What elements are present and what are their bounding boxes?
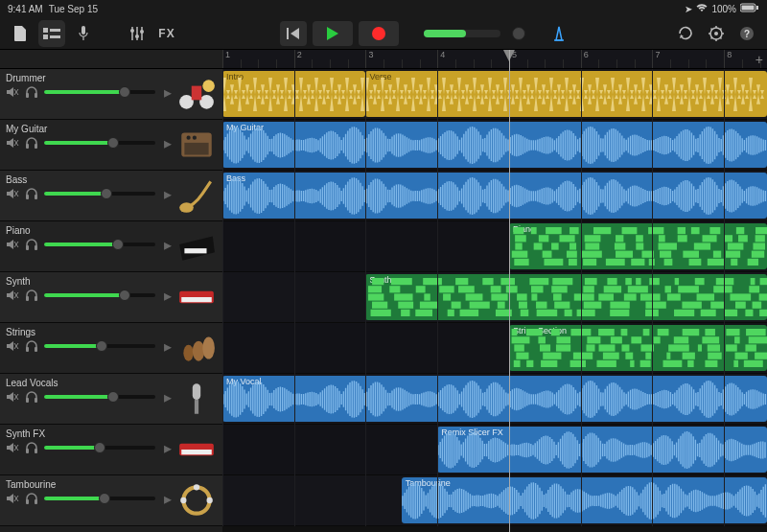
track-lane[interactable]: Tambourine: [222, 475, 767, 526]
track-header[interactable]: Lead Vocals▸: [0, 374, 222, 425]
track-volume-slider[interactable]: [44, 141, 155, 145]
settings-button[interactable]: [704, 22, 729, 45]
instrument-icon[interactable]: [174, 174, 219, 217]
track-lane[interactable]: Bass: [222, 171, 767, 221]
track-lane[interactable]: My Vocal: [222, 374, 767, 425]
svg-rect-712: [646, 302, 666, 309]
track-volume-slider[interactable]: [44, 293, 155, 297]
track-header[interactable]: Strings▸: [0, 323, 222, 374]
go-to-beginning-button[interactable]: [280, 21, 307, 46]
track-volume-slider[interactable]: [44, 344, 155, 348]
svg-rect-715: [735, 302, 746, 309]
mute-icon[interactable]: [6, 492, 19, 505]
mute-icon[interactable]: [6, 85, 19, 99]
chevron-right-icon[interactable]: ▸: [161, 289, 174, 302]
headphones-icon[interactable]: [25, 238, 38, 251]
instrument-icon[interactable]: [174, 124, 219, 166]
region[interactable]: Remix Slicer FX: [437, 427, 767, 473]
track-header[interactable]: Synth▸: [0, 272, 222, 323]
track-volume-slider[interactable]: [44, 192, 155, 196]
master-volume-knob[interactable]: [512, 27, 525, 40]
headphones-icon[interactable]: [25, 339, 38, 353]
my-songs-button[interactable]: [8, 22, 33, 45]
chevron-right-icon[interactable]: ▸: [161, 85, 174, 99]
svg-rect-669: [390, 286, 401, 292]
headphones-icon[interactable]: [25, 85, 38, 99]
svg-rect-723: [521, 310, 529, 316]
track-lane[interactable]: String Section: [222, 323, 767, 374]
track-header[interactable]: Piano▸: [0, 221, 222, 272]
headphones-icon[interactable]: [25, 441, 38, 454]
mute-icon[interactable]: [6, 339, 19, 353]
svg-rect-762: [621, 344, 629, 351]
play-button[interactable]: [313, 21, 353, 46]
headphones-icon[interactable]: [25, 492, 38, 505]
track-lane[interactable]: IntroVerse: [222, 69, 767, 120]
track-header[interactable]: Bass▸: [0, 171, 222, 221]
track-lane[interactable]: Remix Slicer FX: [222, 425, 767, 475]
instrument-icon[interactable]: [174, 479, 219, 521]
loop-browser-button[interactable]: [673, 22, 698, 45]
track-volume-slider[interactable]: [44, 395, 155, 399]
headphones-icon[interactable]: [25, 289, 38, 302]
metronome-button[interactable]: [546, 22, 571, 45]
track-header[interactable]: Tambourine▸: [0, 475, 222, 526]
chevron-right-icon[interactable]: ▸: [161, 492, 174, 505]
headphones-icon[interactable]: [25, 136, 38, 150]
track-header[interactable]: Synth FX▸: [0, 425, 222, 475]
ruler[interactable]: 12345678: [222, 50, 767, 69]
mute-icon[interactable]: [6, 390, 19, 404]
track-lane[interactable]: Synth: [222, 272, 767, 323]
instrument-icon[interactable]: [174, 225, 219, 267]
region[interactable]: Verse: [365, 71, 767, 117]
help-button[interactable]: ?: [734, 22, 759, 45]
region[interactable]: Bass: [222, 173, 767, 219]
instrument-icon[interactable]: [174, 73, 219, 115]
track-controls-button[interactable]: [125, 22, 150, 45]
chevron-right-icon[interactable]: ▸: [161, 136, 174, 150]
track-volume-slider[interactable]: [44, 446, 155, 450]
svg-rect-708: [537, 302, 547, 309]
instrument-icon[interactable]: [174, 276, 219, 318]
master-volume-fill: [424, 30, 466, 37]
mute-icon[interactable]: [6, 441, 19, 454]
headphones-icon[interactable]: [25, 390, 38, 404]
mute-icon[interactable]: [6, 289, 19, 302]
region[interactable]: Synth: [365, 274, 767, 320]
track-lane[interactable]: My Guitar: [222, 120, 767, 171]
chevron-right-icon[interactable]: ▸: [161, 441, 174, 454]
instrument-icon[interactable]: [174, 428, 219, 471]
instrument-icon[interactable]: [174, 327, 219, 369]
region[interactable]: My Vocal: [222, 376, 767, 422]
headphones-icon[interactable]: [25, 187, 38, 200]
svg-rect-40: [26, 245, 29, 250]
mute-icon[interactable]: [6, 187, 19, 200]
tracks-view-button[interactable]: [40, 22, 63, 45]
track-volume-slider[interactable]: [44, 90, 155, 94]
track-header[interactable]: Drummer▸: [0, 69, 222, 120]
track-volume-slider[interactable]: [44, 243, 155, 246]
chevron-right-icon[interactable]: ▸: [161, 187, 174, 200]
browser-toggle[interactable]: [38, 20, 65, 47]
instrument-icon[interactable]: [174, 378, 219, 420]
fx-button[interactable]: FX: [155, 22, 178, 45]
chevron-right-icon[interactable]: ▸: [161, 390, 174, 404]
track-header[interactable]: My Guitar▸: [0, 120, 222, 171]
mute-icon[interactable]: [6, 136, 19, 150]
master-volume-slider[interactable]: [424, 30, 500, 37]
add-track-button[interactable]: +: [755, 52, 763, 67]
region[interactable]: String Section: [509, 325, 767, 371]
mic-button[interactable]: [71, 22, 96, 45]
chevron-right-icon[interactable]: ▸: [161, 339, 174, 353]
record-button[interactable]: [359, 21, 399, 46]
track-volume-slider[interactable]: [44, 497, 155, 500]
track-lane[interactable]: Piano: [222, 221, 767, 272]
mute-icon[interactable]: [6, 238, 19, 251]
timeline-panel[interactable]: 12345678 + IntroVerseMy GuitarBassPianoS…: [222, 50, 767, 532]
region[interactable]: Piano: [509, 223, 767, 269]
region[interactable]: Tambourine: [402, 477, 767, 523]
region[interactable]: My Guitar: [222, 122, 767, 168]
chevron-right-icon[interactable]: ▸: [161, 238, 174, 251]
svg-rect-36: [35, 195, 37, 199]
svg-rect-772: [603, 353, 619, 359]
